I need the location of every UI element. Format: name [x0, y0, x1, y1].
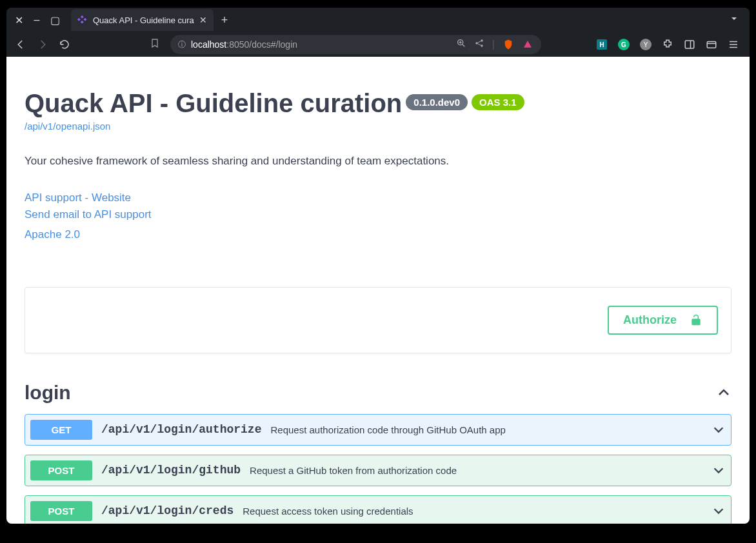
endpoint-path: /api/v1/login/creds [101, 504, 234, 517]
svg-rect-11 [707, 42, 716, 48]
api-description: Your cohesive framework of seamless shar… [25, 155, 731, 168]
svg-point-2 [481, 39, 482, 41]
brave-shield-icon[interactable] [502, 39, 514, 50]
wallet-icon[interactable] [704, 37, 719, 52]
address-bar-actions: | [456, 38, 533, 51]
chevron-down-icon [711, 422, 726, 437]
tab-close-icon[interactable]: ✕ [199, 15, 207, 25]
browser-window: ✕ – ▢ Quack API - Guideline cura ✕ + [6, 8, 750, 524]
back-button[interactable] [13, 37, 28, 52]
chevron-down-icon [711, 463, 726, 477]
endpoint-row[interactable]: POST /api/v1/login/github Request a GitH… [25, 455, 731, 486]
support-website-link[interactable]: API support - Website [25, 190, 731, 206]
address-bar[interactable]: ⓘ localhost:8050/docs#/login | [170, 35, 541, 54]
method-badge: GET [30, 420, 92, 440]
minimize-window-icon[interactable]: – [32, 15, 41, 25]
unlock-icon [690, 313, 702, 326]
method-badge: POST [30, 460, 92, 480]
api-header: Quack API - Guideline curation 0.1.0.dev… [25, 89, 731, 118]
license-link[interactable]: Apache 2.0 [25, 226, 731, 243]
svg-text:G: G [621, 41, 626, 48]
svg-text:H: H [599, 41, 604, 48]
svg-text:Y: Y [644, 41, 648, 48]
support-email-link[interactable]: Send email to API support [25, 206, 731, 223]
reload-button[interactable] [57, 37, 72, 52]
titlebar: ✕ – ▢ Quack API - Guideline cura ✕ + [6, 8, 750, 32]
toolbar-extensions: H G Y [595, 37, 743, 52]
section-header-login[interactable]: login [25, 382, 731, 404]
window-controls: ✕ – ▢ [12, 15, 62, 25]
section-title: login [25, 382, 71, 404]
authorize-label: Authorize [623, 313, 677, 327]
endpoints-list: GET /api/v1/login/authorize Request auth… [25, 414, 731, 524]
endpoint-description: Request access token using credentials [243, 506, 413, 517]
maximize-window-icon[interactable]: ▢ [50, 15, 59, 25]
toolbar: ⓘ localhost:8050/docs#/login | [6, 32, 750, 57]
extension-3-icon[interactable]: Y [639, 37, 653, 52]
version-badge: 0.1.0.dev0 [406, 94, 468, 110]
method-badge: POST [30, 501, 92, 521]
bookmark-icon[interactable] [150, 38, 160, 51]
tab-favicon [77, 15, 88, 25]
tabs-row: Quack API - Guideline cura ✕ + [71, 9, 724, 31]
endpoint-path: /api/v1/login/authorize [101, 423, 261, 436]
api-links: API support - Website Send email to API … [25, 190, 731, 243]
endpoint-description: Request authorization code through GitHu… [270, 424, 505, 435]
authorize-button[interactable]: Authorize [608, 306, 718, 335]
endpoint-row[interactable]: GET /api/v1/login/authorize Request auth… [25, 414, 731, 446]
hamburger-menu-icon[interactable] [726, 37, 741, 52]
swagger-ui: Quack API - Guideline curation 0.1.0.dev… [6, 57, 750, 524]
authorize-section: Authorize [25, 287, 731, 353]
extension-2-icon[interactable]: G [617, 37, 631, 52]
new-tab-button[interactable]: + [214, 14, 236, 27]
page-content[interactable]: Quack API - Guideline curation 0.1.0.dev… [6, 57, 750, 524]
endpoint-row[interactable]: POST /api/v1/login/creds Request access … [25, 495, 731, 524]
svg-point-3 [481, 44, 482, 46]
oas-badge: OAS 3.1 [472, 94, 524, 110]
share-icon[interactable] [474, 38, 484, 51]
api-title: Quack API - Guideline curation [25, 89, 402, 118]
svg-rect-10 [685, 41, 694, 48]
sidebar-icon[interactable] [682, 37, 697, 52]
site-info-icon[interactable]: ⓘ [178, 39, 186, 50]
url-host: localhost [191, 39, 226, 50]
tab-title: Quack API - Guideline cura [93, 15, 194, 25]
forward-button[interactable] [35, 37, 50, 52]
tabs-dropdown-icon[interactable] [724, 14, 744, 26]
openapi-spec-link[interactable]: /api/v1/openapi.json [25, 121, 731, 132]
zoom-icon[interactable] [456, 38, 466, 51]
brave-rewards-icon[interactable] [522, 39, 533, 50]
extension-1-icon[interactable]: H [595, 37, 609, 52]
url-port: :8050 [226, 39, 249, 50]
browser-tab[interactable]: Quack API - Guideline cura ✕ [71, 9, 214, 31]
url-path: /docs#/login [249, 39, 297, 50]
extensions-menu-icon[interactable] [661, 37, 675, 52]
url-text: localhost:8050/docs#/login [191, 39, 297, 50]
endpoint-path: /api/v1/login/github [101, 464, 241, 477]
chevron-up-icon [716, 385, 731, 400]
close-window-icon[interactable]: ✕ [14, 15, 23, 25]
endpoint-description: Request a GitHub token from authorizatio… [250, 465, 457, 476]
svg-point-1 [475, 42, 477, 44]
chevron-down-icon [711, 504, 726, 518]
